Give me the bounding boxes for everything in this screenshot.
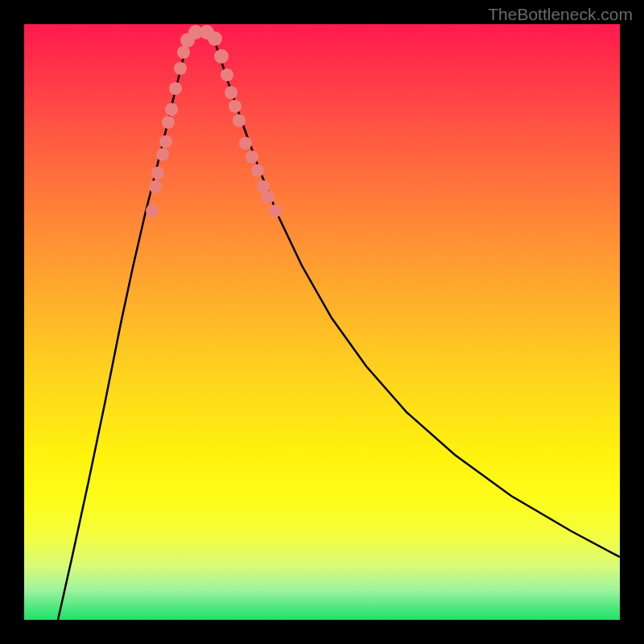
data-point [225,86,237,99]
watermark-text: TheBottleneck.com [488,5,633,24]
chart-plot-area [24,24,620,620]
data-point [174,62,187,75]
chart-svg [24,24,620,620]
curve-right-curve [212,32,620,557]
data-point [162,116,175,129]
data-point [269,204,282,217]
data-point [156,148,169,161]
data-point [146,204,159,217]
data-point [239,137,252,150]
data-point [214,49,229,64]
data-point [221,68,233,81]
data-point [246,151,258,163]
data-point [251,164,264,177]
data-point [159,135,172,148]
data-point [169,82,182,95]
data-point [149,180,162,193]
data-point [165,103,178,116]
data-point [229,100,242,113]
data-point [177,46,190,59]
curve-lines [58,32,620,620]
data-markers [146,25,282,217]
data-point [233,114,246,127]
data-point [262,191,275,204]
data-point [151,167,164,180]
data-point [208,31,222,46]
